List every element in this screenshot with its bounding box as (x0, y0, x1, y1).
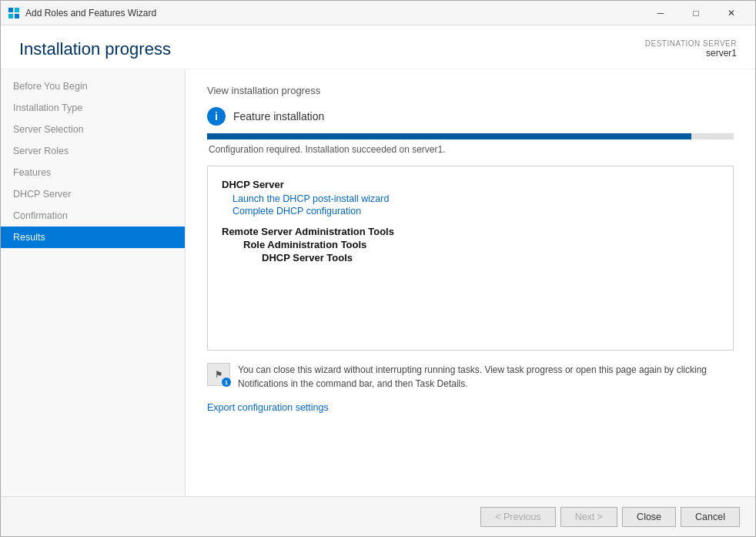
sidebar-item-before-you-begin[interactable]: Before You Begin (1, 76, 185, 97)
main-wrapper: Installation progress DESTINATION SERVER… (1, 25, 755, 536)
maximize-button[interactable]: □ (678, 1, 714, 25)
role-admin-title: Role Administration Tools (222, 239, 719, 250)
destination-server: DESTINATION SERVER server1 (645, 39, 737, 59)
remote-tools-title: Remote Server Administration Tools (222, 226, 719, 237)
notification-badge: 1 (222, 378, 231, 387)
complete-dhcp-link[interactable]: Complete DHCP configuration (222, 206, 719, 216)
close-button[interactable]: Close (622, 507, 676, 527)
svg-rect-2 (8, 14, 13, 18)
launch-dhcp-link[interactable]: Launch the DHCP post-install wizard (222, 193, 719, 204)
destination-label: DESTINATION SERVER (645, 39, 737, 48)
section-title: View installation progress (207, 85, 734, 96)
notification-icon: ⚑ 1 (207, 363, 230, 386)
progress-bar-track (207, 133, 734, 139)
notification-text: You can close this wizard without interr… (238, 363, 734, 391)
svg-rect-3 (15, 14, 19, 18)
footer: < Previous Next > Close Cancel (1, 496, 755, 536)
app-icon (7, 6, 21, 20)
top-section: Before You BeginInstallation TypeServer … (1, 69, 755, 496)
window-controls: ─ □ ✕ (643, 1, 749, 25)
header-area: Installation progress DESTINATION SERVER… (1, 25, 755, 69)
title-bar: Add Roles and Features Wizard ─ □ ✕ (1, 1, 755, 25)
notification-box: ⚑ 1 You can close this wizard without in… (207, 363, 734, 391)
previous-button[interactable]: < Previous (480, 507, 555, 527)
destination-name: server1 (645, 48, 737, 59)
sidebar-item-dhcp-server[interactable]: DHCP Server (1, 183, 185, 205)
sidebar-item-features[interactable]: Features (1, 162, 185, 183)
feature-install-label: Feature installation (233, 110, 324, 123)
sidebar: Before You BeginInstallation TypeServer … (1, 69, 186, 496)
info-icon: i (207, 107, 226, 126)
dhcp-server-title: DHCP Server (222, 179, 719, 190)
next-button[interactable]: Next > (560, 507, 617, 527)
sidebar-item-installation-type[interactable]: Installation Type (1, 97, 185, 119)
results-box: DHCP Server Launch the DHCP post-install… (207, 166, 734, 351)
dhcp-tools-title: DHCP Server Tools (222, 252, 719, 263)
window-title: Add Roles and Features Wizard (25, 8, 643, 18)
main-content: View installation progress i Feature ins… (186, 69, 755, 496)
cancel-button[interactable]: Cancel (681, 507, 740, 527)
wizard-window: Add Roles and Features Wizard ─ □ ✕ Inst… (0, 0, 756, 537)
status-text: Configuration required. Installation suc… (207, 144, 734, 155)
page-title: Installation progress (19, 39, 171, 59)
close-window-button[interactable]: ✕ (714, 1, 749, 25)
svg-rect-1 (15, 8, 19, 12)
minimize-button[interactable]: ─ (643, 1, 678, 25)
progress-bar-container (207, 133, 734, 139)
progress-bar-fill (207, 133, 691, 139)
export-link[interactable]: Export configuration settings (207, 402, 329, 413)
sidebar-item-confirmation[interactable]: Confirmation (1, 205, 185, 227)
sidebar-item-results: Results (1, 227, 185, 248)
sidebar-item-server-roles[interactable]: Server Roles (1, 140, 185, 162)
feature-install-box: i Feature installation (207, 107, 734, 126)
sidebar-item-server-selection[interactable]: Server Selection (1, 119, 185, 140)
svg-rect-0 (8, 8, 13, 12)
